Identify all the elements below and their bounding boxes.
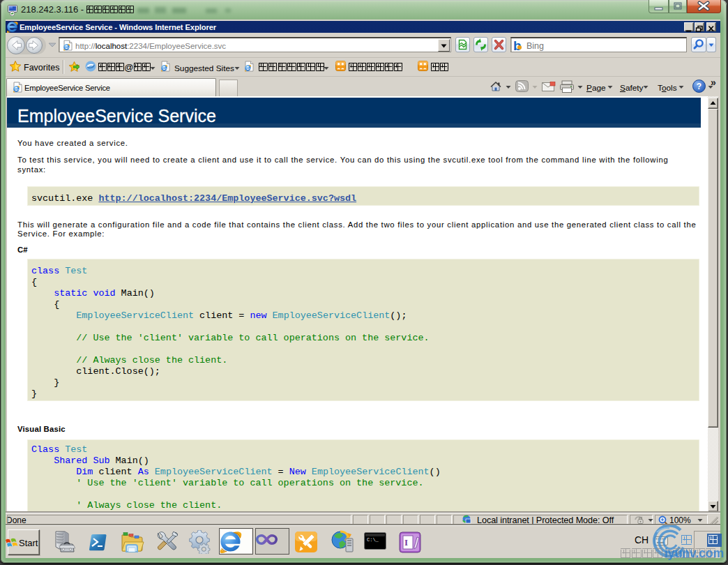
svg-text:C:\_: C:\_ — [367, 537, 379, 543]
svg-text:I: I — [404, 537, 408, 548]
svg-text:?: ? — [697, 82, 702, 91]
